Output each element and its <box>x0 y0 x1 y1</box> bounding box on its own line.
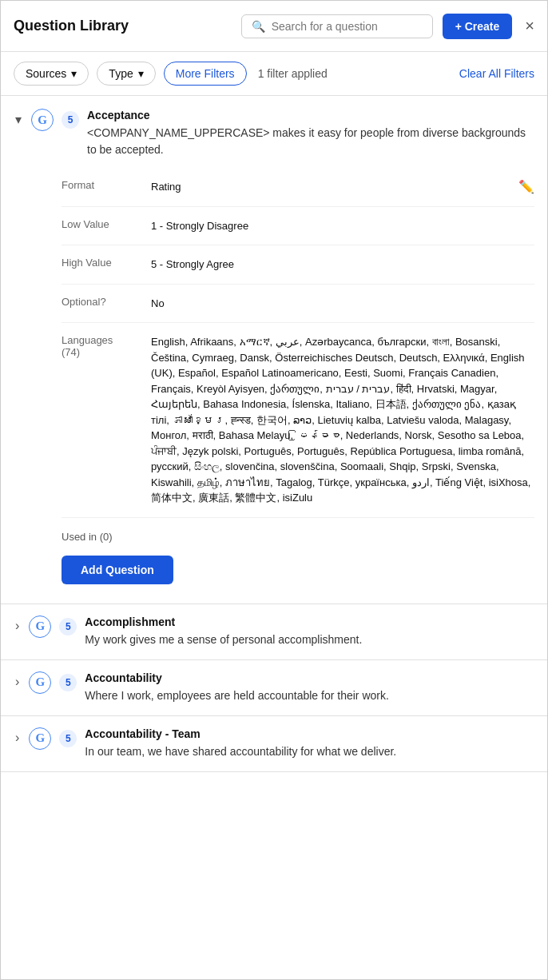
sources-chevron-icon: ▾ <box>71 67 77 80</box>
chevron-right-icon: › <box>15 731 19 744</box>
count-badge-2: 5 <box>59 730 77 747</box>
collapsed-question-row-0: › G 5 Accomplishment My work gives me a … <box>1 604 547 660</box>
collapsed-header-1: › G 5 Accountability Where I work, emplo… <box>1 660 547 715</box>
high-value-label: High Value <box>62 257 141 269</box>
google-g-icon-2: G <box>35 731 45 745</box>
google-g-icon-0: G <box>35 619 45 633</box>
languages-value: English, Afrikaans, አማርኛ, عربي, Azərbayc… <box>151 334 534 506</box>
format-row: Format Rating ✏️ <box>62 168 534 207</box>
question-text: <COMPANY_NAME_UPPERCASE> makes it easy f… <box>87 125 534 158</box>
question-category-0: Accomplishment <box>85 615 534 628</box>
chevron-down-icon: ▾ <box>15 113 22 126</box>
filter-applied-count: 1 filter applied <box>258 67 328 80</box>
create-label: + Create <box>455 20 500 33</box>
expand-button-2[interactable]: › <box>14 729 21 747</box>
optional-label: Optional? <box>62 296 141 308</box>
google-avatar-2: G <box>29 727 51 750</box>
used-in: Used in (0) <box>62 518 534 543</box>
languages-row: Languages (74) English, Afrikaans, አማርኛ,… <box>62 323 534 518</box>
low-value: 1 - Strongly Disagree <box>151 218 534 234</box>
question-category: Acceptance <box>87 109 534 122</box>
expand-button-0[interactable]: › <box>14 617 21 635</box>
question-text-wrap-0: Accomplishment My work gives me a sense … <box>85 615 534 648</box>
optional-row: Optional? No <box>62 285 534 324</box>
high-value: 5 - Strongly Agree <box>151 257 534 273</box>
question-text-wrap-1: Accountability Where I work, employees a… <box>85 671 534 704</box>
question-text-2: In our team, we have shared accountabili… <box>85 743 534 760</box>
count-badge-1: 5 <box>59 674 77 691</box>
question-text-wrap-2: Accountability - Team In our team, we ha… <box>85 727 534 760</box>
type-filter-button[interactable]: Type ▾ <box>97 62 155 86</box>
format-label: Format <box>62 179 141 191</box>
count-badge-0: 5 <box>59 618 77 635</box>
collapse-button[interactable]: ▾ <box>14 110 23 129</box>
more-filters-label: More Filters <box>176 67 235 80</box>
count-badge: 5 <box>62 111 79 129</box>
languages-label: Languages (74) <box>62 334 141 358</box>
expanded-question-row: ▾ G 5 Acceptance <COMPANY_NAME_UPPERCASE… <box>1 96 547 604</box>
question-text-0: My work gives me a sense of personal acc… <box>85 631 534 648</box>
google-avatar-0: G <box>29 615 51 638</box>
question-details: Format Rating ✏️ Low Value 1 - Strongly … <box>1 158 547 604</box>
expand-button-1[interactable]: › <box>14 673 21 691</box>
collapsed-header-0: › G 5 Accomplishment My work gives me a … <box>1 604 547 659</box>
low-value-row: Low Value 1 - Strongly Disagree <box>62 207 534 246</box>
clear-all-filters-button[interactable]: Clear All Filters <box>459 67 534 80</box>
search-box: 🔍 <box>241 14 433 38</box>
search-input[interactable] <box>272 20 423 33</box>
add-question-button[interactable]: Add Question <box>62 556 173 584</box>
collapsed-questions-container: › G 5 Accomplishment My work gives me a … <box>1 604 547 772</box>
more-filters-button[interactable]: More Filters <box>164 62 247 86</box>
high-value-row: High Value 5 - Strongly Agree <box>62 245 534 285</box>
search-icon: 🔍 <box>252 20 265 33</box>
collapsed-header-2: › G 5 Accountability - Team In our team,… <box>1 716 547 771</box>
question-category-2: Accountability - Team <box>85 727 534 740</box>
close-button[interactable]: × <box>525 17 534 35</box>
low-value-label: Low Value <box>62 218 141 230</box>
header: Question Library 🔍 + Create × <box>1 1 547 52</box>
google-g-icon: G <box>38 114 47 127</box>
sources-filter-button[interactable]: Sources ▾ <box>14 62 89 86</box>
create-button[interactable]: + Create <box>443 14 513 39</box>
sources-label: Sources <box>26 67 66 80</box>
app-title: Question Library <box>14 18 129 34</box>
close-icon: × <box>525 17 534 34</box>
type-chevron-icon: ▾ <box>138 67 144 80</box>
question-category-1: Accountability <box>85 671 534 684</box>
type-label: Type <box>109 67 133 80</box>
filters-bar: Sources ▾ Type ▾ More Filters 1 filter a… <box>1 52 547 96</box>
expanded-question-header: ▾ G 5 Acceptance <COMPANY_NAME_UPPERCASE… <box>1 96 547 158</box>
google-avatar-1: G <box>29 671 51 694</box>
question-text-1: Where I work, employees are held account… <box>85 687 534 704</box>
format-value: Rating <box>151 179 509 195</box>
chevron-right-icon: › <box>15 675 19 688</box>
optional-value: No <box>151 296 534 312</box>
chevron-right-icon: › <box>15 619 19 632</box>
question-text-wrap: Acceptance <COMPANY_NAME_UPPERCASE> make… <box>87 109 534 158</box>
format-edit-button[interactable]: ✏️ <box>518 179 534 194</box>
google-avatar: G <box>31 109 54 131</box>
collapsed-question-row-2: › G 5 Accountability - Team In our team,… <box>1 716 547 772</box>
google-g-icon-1: G <box>35 675 45 689</box>
collapsed-question-row-1: › G 5 Accountability Where I work, emplo… <box>1 660 547 716</box>
